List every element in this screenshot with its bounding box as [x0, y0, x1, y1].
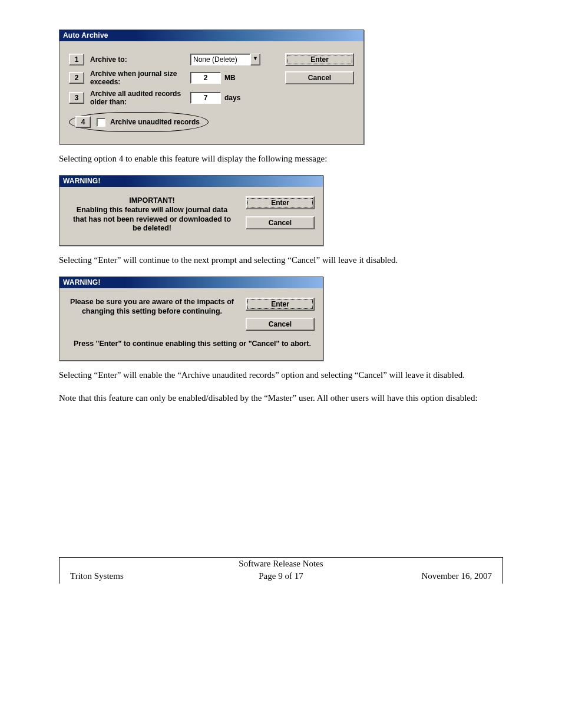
warning-2-body1: Please be sure you are aware of the impa… — [70, 298, 234, 316]
circled-annotation: 4 Archive unaudited records — [69, 112, 209, 132]
row-older-than: 3 Archive all audited records older than… — [69, 90, 354, 106]
size-exceeds-value[interactable]: 2 — [190, 72, 221, 84]
size-unit-label: MB — [224, 74, 236, 82]
option-3-button[interactable]: 3 — [69, 92, 84, 104]
archive-to-label: Archive to: — [90, 55, 190, 64]
warning-1-enter-button[interactable]: Enter — [246, 196, 315, 209]
warning-1-window: WARNING! IMPORTANT! Enabling this featur… — [59, 175, 323, 246]
option-1-button[interactable]: 1 — [69, 54, 84, 65]
size-exceeds-label: Archive when journal size exceeds: — [90, 70, 190, 86]
warning-1-heading: IMPORTANT! — [70, 196, 234, 206]
warning-1-body: Enabling this feature will allow journal… — [70, 206, 234, 233]
unaudited-checkbox[interactable] — [97, 118, 105, 127]
warning-2-cancel-button[interactable]: Cancel — [246, 318, 315, 331]
footer-date: November 16, 2007 — [353, 571, 503, 584]
cancel-button[interactable]: Cancel — [285, 71, 354, 84]
archive-to-value: None (Delete) — [190, 54, 250, 65]
warning-2-body2: Press "Enter" to continue enabling this … — [70, 339, 315, 348]
paragraph-2: Selecting “Enter” will continue to the n… — [59, 254, 503, 266]
older-than-value[interactable]: 7 — [190, 92, 221, 104]
auto-archive-titlebar: Auto Archive — [59, 30, 363, 41]
option-4-button[interactable]: 4 — [75, 116, 91, 128]
auto-archive-window: Auto Archive 1 Archive to: None (Delete)… — [59, 29, 364, 144]
days-unit-label: days — [224, 94, 240, 102]
warning-2-titlebar: WARNING! — [59, 277, 323, 288]
unaudited-label: Archive unaudited records — [110, 118, 200, 126]
page-footer: Software Release Notes Triton Systems Pa… — [59, 557, 503, 584]
warning-1-cancel-button[interactable]: Cancel — [246, 216, 315, 229]
warning-1-titlebar: WARNING! — [59, 176, 323, 187]
chevron-down-icon[interactable]: ▼ — [250, 54, 260, 65]
enter-button[interactable]: Enter — [285, 53, 354, 66]
paragraph-1: Selecting option 4 to enable this featur… — [59, 153, 503, 164]
option-2-button[interactable]: 2 — [69, 72, 84, 84]
footer-company: Triton Systems — [59, 571, 209, 584]
row-archive-to: 1 Archive to: None (Delete) ▼ Enter — [69, 53, 354, 66]
footer-title: Software Release Notes — [209, 559, 353, 571]
paragraph-3: Selecting “Enter” will enable the “Archi… — [59, 369, 503, 381]
older-than-label: Archive all audited records older than: — [90, 90, 190, 106]
paragraph-4: Note that this feature can only be enabl… — [59, 392, 503, 404]
archive-to-dropdown[interactable]: None (Delete) ▼ — [190, 54, 260, 65]
row-size-exceeds: 2 Archive when journal size exceeds: 2 M… — [69, 70, 354, 86]
warning-2-enter-button[interactable]: Enter — [246, 298, 315, 311]
warning-2-window: WARNING! Please be sure you are aware of… — [59, 276, 323, 361]
auto-archive-client: 1 Archive to: None (Delete) ▼ Enter 2 Ar… — [59, 41, 363, 144]
footer-page: Page 9 of 17 — [209, 571, 353, 584]
row-unaudited: 4 Archive unaudited records — [69, 112, 354, 132]
